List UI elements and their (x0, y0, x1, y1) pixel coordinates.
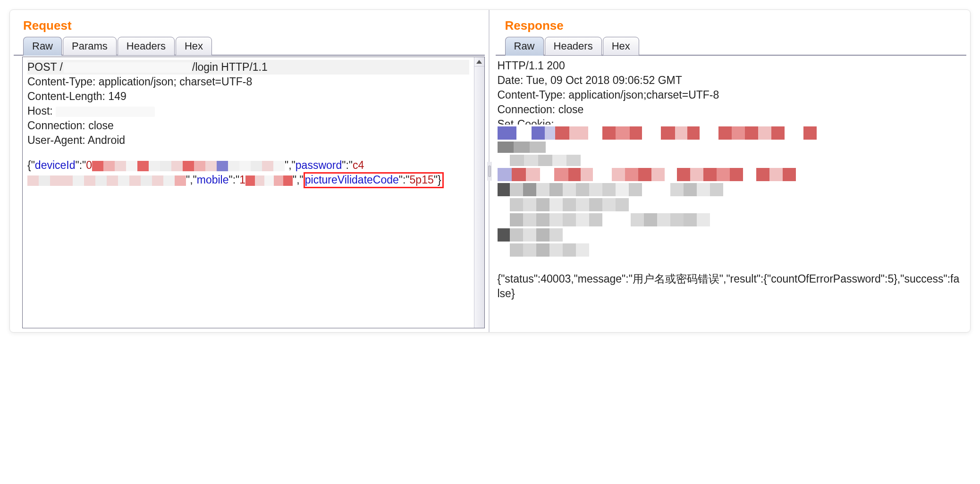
tab-headers[interactable]: Headers (118, 37, 175, 56)
request-content-wrap: POST / /login HTTP/1.1 Content-Type: app… (14, 55, 485, 328)
censored-line (498, 228, 962, 242)
highlighted-param: pictureVilidateCode":"5p15"} (304, 172, 444, 188)
request-header-line: Content-Length: 149 (27, 89, 469, 104)
request-body: {"deviceId":"0","password":"c4","mobile"… (27, 158, 469, 187)
request-line: POST / /login HTTP/1.1 (27, 60, 469, 75)
body-open: {" (27, 159, 35, 171)
request-panel: Request Raw Params Headers Hex POST / /l… (10, 10, 490, 332)
request-header-line: Host: (27, 104, 469, 118)
request-scrollbar[interactable] (474, 57, 484, 328)
censored-mobile (245, 175, 293, 186)
censored-line (498, 168, 962, 181)
set-cookie-label: Set-Cookie: (498, 118, 554, 125)
response-header-line: Set-Cookie: (498, 117, 962, 125)
val-deviceid-prefix: 0 (86, 159, 92, 171)
censored-line (498, 126, 962, 140)
val-picturevilidatecode: 5p15 (410, 174, 434, 186)
tab-raw-resp[interactable]: Raw (505, 37, 544, 56)
response-header-line: Content-Type: application/json;charset=U… (498, 88, 962, 102)
request-content-box: POST / /login HTTP/1.1 Content-Type: app… (22, 57, 485, 328)
host-label: Host: (27, 105, 56, 117)
request-method-path-post: /login HTTP/1.1 (192, 60, 268, 75)
http-message-editor: Request Raw Params Headers Hex POST / /l… (9, 9, 971, 333)
response-title: Response (505, 18, 564, 33)
censored-deviceid (92, 161, 285, 171)
response-body: {"status":40003,"message":"用户名或密码错误","re… (498, 272, 962, 301)
censored-line (498, 213, 962, 226)
scroll-up-icon[interactable] (474, 57, 484, 67)
blank-line (27, 148, 469, 158)
censored-path (64, 62, 191, 73)
request-header-line: Connection: close (27, 118, 469, 133)
tab-hex-resp[interactable]: Hex (603, 37, 639, 56)
panel-divider[interactable] (487, 162, 492, 181)
censored-line (498, 142, 962, 153)
punc: ":" (342, 159, 353, 171)
tab-hex[interactable]: Hex (176, 37, 212, 56)
response-raw-content[interactable]: HTTP/1.1 200 Date: Tue, 09 Oct 2018 09:0… (496, 56, 967, 328)
censored-line (498, 243, 962, 257)
censored-password (27, 175, 186, 186)
censored-line (498, 198, 962, 211)
punc: ":" (229, 174, 240, 186)
grip-icon (488, 166, 491, 177)
censored-line (498, 155, 962, 166)
response-panel: Response Raw Headers Hex HTTP/1.1 200 Da… (492, 10, 971, 332)
request-method-path-pre: POST / (27, 60, 63, 75)
key-password: password (296, 159, 342, 171)
punc: "," (285, 159, 296, 171)
val-password-prefix: c4 (353, 159, 364, 171)
request-tabs: Raw Params Headers Hex (10, 37, 489, 56)
blank-line (498, 259, 962, 272)
key-picturevilidatecode: pictureVilidateCode (305, 174, 399, 186)
response-tabs: Raw Headers Hex (492, 37, 971, 56)
request-header-line: User-Agent: Android (27, 133, 469, 148)
request-title: Request (23, 18, 72, 33)
body-close: "} (434, 174, 441, 186)
response-header-line: Date: Tue, 09 Oct 2018 09:06:52 GMT (498, 73, 962, 88)
key-deviceid: deviceId (35, 159, 76, 171)
censored-line (498, 183, 962, 196)
punc: "," (293, 174, 304, 186)
response-header-line: HTTP/1.1 200 (498, 58, 962, 73)
tab-raw[interactable]: Raw (23, 37, 62, 56)
censored-host (56, 107, 155, 117)
tab-headers-resp[interactable]: Headers (545, 37, 602, 56)
punc: "," (186, 174, 197, 186)
request-header: Request (10, 10, 489, 37)
punc: ":" (399, 174, 410, 186)
punc: ":" (76, 159, 86, 171)
response-header-line: Connection: close (498, 102, 962, 117)
tab-params[interactable]: Params (63, 37, 117, 56)
key-mobile: mobile (197, 174, 229, 186)
response-content-wrap: HTTP/1.1 200 Date: Tue, 09 Oct 2018 09:0… (496, 55, 967, 328)
response-header: Response (492, 10, 971, 37)
request-header-line: Content-Type: application/json; charset=… (27, 75, 469, 89)
request-raw-content[interactable]: POST / /login HTTP/1.1 Content-Type: app… (23, 57, 474, 328)
val-mobile-prefix: 1 (239, 174, 245, 186)
